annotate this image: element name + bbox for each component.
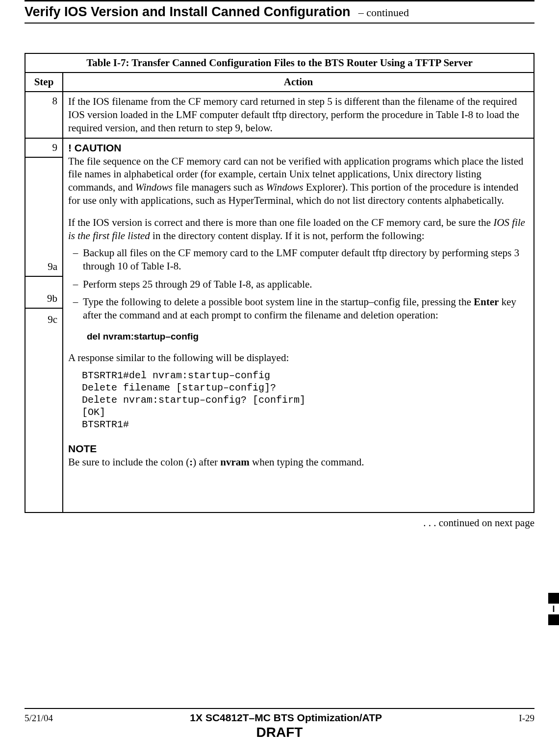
col-head-action: Action xyxy=(63,73,534,92)
terminal-output: BTSRTR1#del nvram:startup–config Delete … xyxy=(82,369,529,431)
step-8: 8 xyxy=(25,92,63,138)
substep-9b-text: Perform steps 25 through 29 of Table I-8… xyxy=(83,278,529,291)
action-8: If the IOS filename from the CF memory c… xyxy=(63,92,534,138)
page-header: Verify IOS Version and Install Canned Co… xyxy=(25,4,534,20)
substep-9b-row: – Perform steps 25 through 29 of Table I… xyxy=(68,278,529,291)
footer-page-number: I-29 xyxy=(519,713,534,724)
step-9: 9 xyxy=(25,138,63,157)
table-number: Table I-7: xyxy=(86,57,129,69)
step-9b: 9b xyxy=(25,276,63,308)
command-del-nvram: del nvram:startup–config xyxy=(87,331,529,342)
step-9a: 9a xyxy=(25,157,63,276)
page-title-continued: – continued xyxy=(358,6,409,19)
page-title: Verify IOS Version and Install Canned Co… xyxy=(25,4,351,19)
action-9: ! CAUTION The file sequence on the CF me… xyxy=(63,138,534,512)
side-tab: I xyxy=(548,593,559,625)
substep-9a-text: Backup all files on the CF memory card t… xyxy=(83,246,529,273)
substep-9a-row: – Backup all files on the CF memory card… xyxy=(68,246,529,273)
continued-next-page: . . . continued on next page xyxy=(25,517,534,529)
response-intro: A response similar to the following will… xyxy=(68,351,529,365)
procedure-table: Table I-7: Transfer Canned Configuration… xyxy=(25,53,534,513)
col-head-step: Step xyxy=(25,73,63,92)
step9-intro: If the IOS version is correct and there … xyxy=(68,216,529,243)
substep-9c-text: Type the following to delete a possible … xyxy=(83,295,529,322)
table-caption: Table I-7: Transfer Canned Configuration… xyxy=(25,53,534,73)
caution-heading: ! CAUTION xyxy=(68,142,529,155)
table-caption-text: Transfer Canned Configuration Files to t… xyxy=(131,57,473,69)
footer-draft: DRAFT xyxy=(25,725,534,740)
footer-date: 5/21/04 xyxy=(25,713,53,724)
caution-text: The file sequence on the CF memory card … xyxy=(68,155,529,208)
page-footer: 5/21/04 1X SC4812T–MC BTS Optimization/A… xyxy=(25,708,534,740)
footer-doc-title: 1X SC4812T–MC BTS Optimization/ATP xyxy=(53,712,519,724)
substep-9c-row: – Type the following to delete a possibl… xyxy=(68,295,529,322)
side-tab-label: I xyxy=(548,604,559,614)
step-9c: 9c xyxy=(25,308,63,512)
note-heading: NOTE xyxy=(68,442,529,456)
note-text: Be sure to include the colon (:) after n… xyxy=(68,456,529,469)
